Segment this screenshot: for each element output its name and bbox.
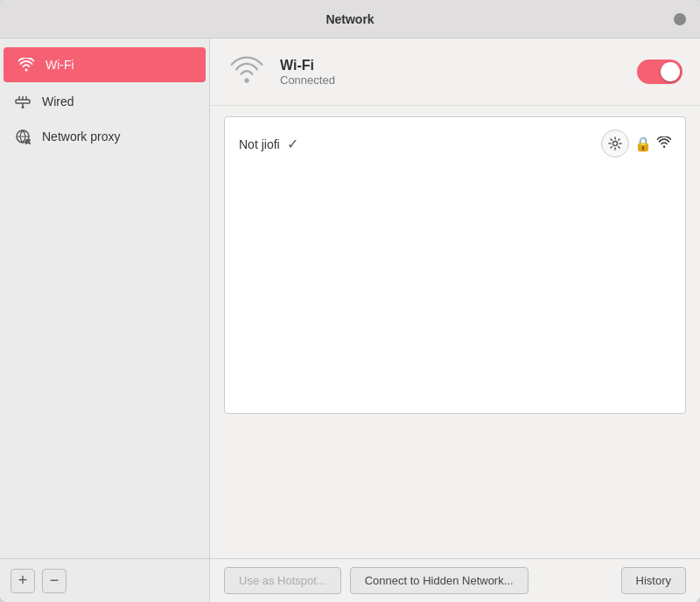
- window-title: Network: [326, 12, 374, 26]
- toggle-track: [637, 60, 682, 84]
- lock-icon: 🔒: [634, 136, 652, 152]
- sidebar-items: Wi-Fi Wired: [0, 38, 209, 558]
- svg-point-5: [22, 106, 24, 108]
- wifi-signal-icon: [657, 136, 671, 151]
- wifi-icon: [18, 56, 35, 74]
- sidebar-item-wired[interactable]: Wired: [0, 84, 209, 119]
- network-name: Not jiofi ✓: [239, 136, 591, 152]
- network-item-actions: 🔒: [601, 130, 671, 158]
- svg-point-10: [613, 142, 618, 146]
- add-button[interactable]: +: [10, 569, 35, 593]
- wifi-network-name: Wi-Fi: [280, 58, 623, 74]
- network-list-container: Not jiofi ✓ 🔒: [210, 106, 700, 558]
- titlebar: Network: [0, 0, 700, 38]
- bottom-bar: Use as Hotspot... Connect to Hidden Netw…: [210, 558, 700, 602]
- window-dot: [674, 13, 686, 25]
- sidebar: Wi-Fi Wired: [0, 38, 210, 602]
- network-window: Network Wi-Fi: [0, 0, 700, 602]
- sidebar-wired-label: Wired: [42, 94, 74, 108]
- wifi-header: Wi-Fi Connected: [210, 38, 700, 106]
- wifi-connection-status: Connected: [280, 74, 623, 87]
- network-list-box: Not jiofi ✓ 🔒: [224, 116, 686, 414]
- proxy-icon: [14, 128, 32, 145]
- hotspot-button[interactable]: Use as Hotspot...: [224, 567, 341, 594]
- svg-rect-0: [16, 100, 30, 103]
- sidebar-proxy-label: Network proxy: [42, 130, 120, 144]
- network-item[interactable]: Not jiofi ✓ 🔒: [225, 121, 685, 166]
- wifi-info: Wi-Fi Connected: [280, 58, 623, 87]
- network-gear-button[interactable]: [601, 130, 629, 158]
- history-button[interactable]: History: [621, 567, 686, 594]
- sidebar-item-wifi[interactable]: Wi-Fi: [4, 47, 206, 82]
- wifi-toggle[interactable]: [637, 60, 682, 84]
- main-content: Wi-Fi Wired: [0, 38, 700, 602]
- connect-hidden-button[interactable]: Connect to Hidden Network...: [350, 567, 528, 594]
- sidebar-item-network-proxy[interactable]: Network proxy: [0, 119, 209, 154]
- toggle-thumb: [661, 62, 680, 81]
- sidebar-footer: + −: [0, 558, 209, 602]
- remove-button[interactable]: −: [42, 569, 66, 593]
- check-mark-icon: ✓: [287, 136, 298, 151]
- wired-icon: [14, 93, 32, 110]
- wifi-header-icon: [228, 52, 266, 91]
- right-panel: Wi-Fi Connected Not jiofi ✓: [210, 38, 700, 602]
- sidebar-wifi-label: Wi-Fi: [46, 58, 74, 72]
